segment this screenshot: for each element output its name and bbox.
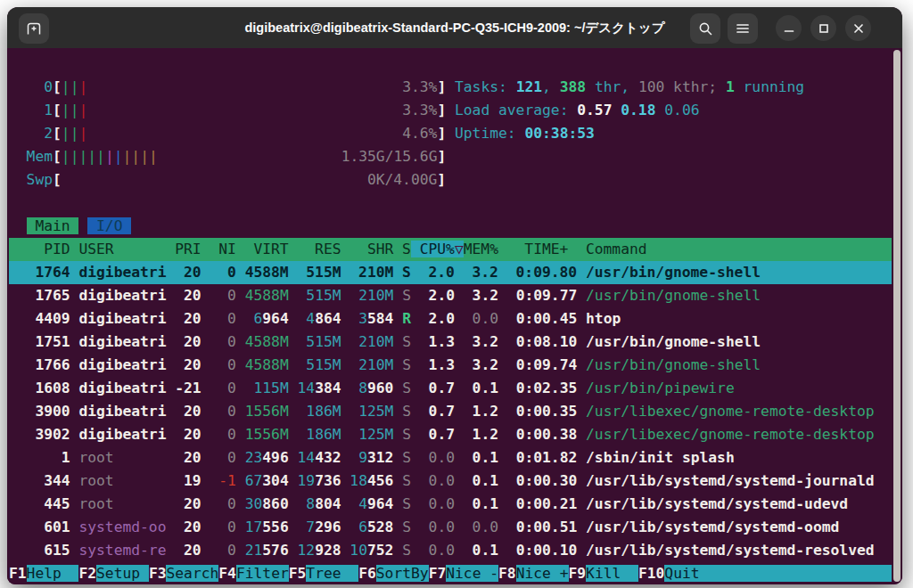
terminal[interactable]: 0[||| 3.3%] Tasks: 121, 388 thr, 100 kth…	[7, 48, 902, 584]
close-button[interactable]	[845, 15, 871, 41]
close-icon	[853, 23, 864, 34]
maximize-button[interactable]	[810, 15, 836, 41]
process-row-1766[interactable]: 1766 digibeatri 20 0 4588M 515M 210M S 1…	[9, 354, 892, 377]
window-title: digibeatrix@digibeatrix-Standard-PC-Q35-…	[244, 20, 664, 37]
fkey-kill[interactable]: Kill	[586, 565, 638, 582]
key-f10[interactable]: F10	[638, 565, 664, 582]
fkey-filter[interactable]: Filter	[236, 565, 289, 582]
process-row-344[interactable]: 344 root 19 -1 67304 19736 18456 S 0.0 0…	[9, 470, 892, 493]
key-f7[interactable]: F7	[429, 565, 447, 582]
key-f4[interactable]: F4	[218, 565, 236, 582]
fkey-nice-minus[interactable]: Nice -	[446, 565, 498, 582]
process-row-601[interactable]: 601 systemd-oo 20 0 17556 7296 6528 S 0.…	[9, 516, 892, 539]
process-row-615[interactable]: 615 systemd-re 20 0 21576 12928 10752 S …	[9, 539, 892, 562]
search-icon	[698, 21, 713, 37]
cpu-meter-0: 0[||| 3.3%] Tasks: 121, 388 thr, 100 kth…	[9, 76, 892, 99]
key-f3[interactable]: F3	[149, 565, 167, 582]
key-f9[interactable]: F9	[569, 565, 587, 582]
cpu-meter-2: 2[||| 4.6%] Uptime: 00:38:53	[9, 122, 892, 145]
fkey-tree[interactable]: Tree	[306, 565, 358, 582]
tab-bar: Main I/O	[9, 215, 892, 238]
menu-button[interactable]	[728, 13, 758, 44]
fkey-nice-plus[interactable]: Nice +	[516, 565, 569, 582]
process-row-3900[interactable]: 3900 digibeatri 20 0 1556M 186M 125M S 0…	[9, 400, 892, 423]
sort-arrow-icon: ▽	[455, 241, 464, 257]
fkey-quit[interactable]: Quit	[664, 565, 892, 582]
search-button[interactable]	[690, 13, 720, 44]
terminal-scrollbar[interactable]	[893, 50, 901, 582]
memory-meter: Mem[||||||||||| 1.35G/15.6G]	[9, 145, 892, 168]
terminal-window: digibeatrix@digibeatrix-Standard-PC-Q35-…	[7, 7, 902, 584]
process-row-1765[interactable]: 1765 digibeatri 20 0 4588M 515M 210M S 2…	[9, 284, 892, 307]
key-f8[interactable]: F8	[498, 565, 516, 582]
process-row-4409[interactable]: 4409 digibeatri 20 0 6964 4864 3584 R 2.…	[9, 307, 892, 331]
tab-main[interactable]: Main	[27, 217, 79, 234]
process-row-3902[interactable]: 3902 digibeatri 20 0 1556M 186M 125M S 0…	[9, 423, 892, 446]
spacer-line	[9, 192, 892, 215]
table-header[interactable]: PID USER PRI NI VIRT RES SHR S CPU%▽MEM%…	[9, 238, 892, 261]
key-f5[interactable]: F5	[289, 565, 307, 582]
terminal-screen: 0[||| 3.3%] Tasks: 121, 388 thr, 100 kth…	[7, 48, 892, 584]
fkey-search[interactable]: Search	[166, 565, 218, 582]
process-row-445[interactable]: 445 root 20 0 30860 8804 4964 S 0.0 0.1 …	[9, 493, 892, 516]
titlebar[interactable]: digibeatrix@digibeatrix-Standard-PC-Q35-…	[7, 7, 902, 48]
tab-io[interactable]: I/O	[87, 217, 131, 234]
key-f1[interactable]: F1	[9, 565, 27, 582]
new-tab-icon	[26, 21, 42, 36]
function-key-bar[interactable]: F1Help F2Setup F3SearchF4FilterF5Tree F6…	[9, 562, 892, 584]
key-f2[interactable]: F2	[78, 565, 96, 582]
cpu-meter-1: 1[||| 3.3%] Load average: 0.57 0.18 0.06	[9, 99, 892, 122]
fkey-setup[interactable]: Setup	[96, 565, 149, 582]
process-row-1608[interactable]: 1608 digibeatri -21 0 115M 14384 8960 S …	[9, 377, 892, 400]
maximize-icon	[818, 23, 829, 34]
hamburger-icon	[736, 23, 749, 34]
process-row-1764[interactable]: 1764 digibeatri 20 0 4588M 515M 210M S 2…	[9, 261, 892, 284]
minimize-button[interactable]	[776, 15, 802, 41]
minimize-icon	[784, 23, 794, 34]
key-f6[interactable]: F6	[358, 565, 376, 582]
new-tab-button[interactable]	[19, 13, 49, 44]
sort-column-header[interactable]: CPU%	[411, 241, 455, 257]
fkey-help[interactable]: Help	[27, 565, 79, 582]
swap-meter: Swp[ 0K/4.00G]	[9, 168, 892, 192]
fkey-sortby[interactable]: SortBy	[376, 565, 429, 582]
process-row-1[interactable]: 1 root 20 0 23496 14432 9312 S 0.0 0.1 0…	[9, 446, 892, 470]
process-row-1751[interactable]: 1751 digibeatri 20 0 4588M 515M 210M S 1…	[9, 331, 892, 354]
